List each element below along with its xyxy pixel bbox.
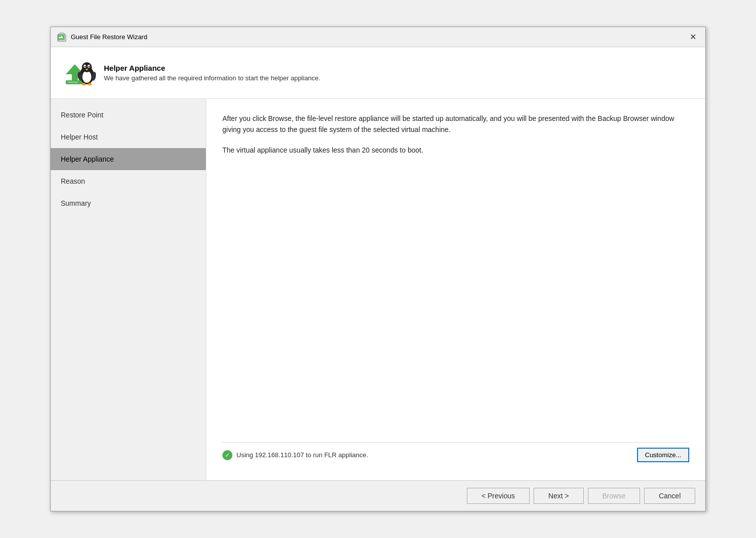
svg-point-8 (82, 71, 91, 83)
sidebar-item-helper-host[interactable]: Helper Host (51, 126, 206, 148)
status-bar: ✓ Using 192.168.110.107 to run FLR appli… (222, 442, 689, 466)
svg-point-16 (88, 83, 92, 86)
header-title: Helper Appliance (104, 64, 320, 72)
main-text-area: After you click Browse, the file-level r… (222, 113, 689, 165)
svg-point-13 (88, 66, 89, 67)
wizard-header: Helper Appliance We have gathered all th… (51, 47, 705, 99)
app-icon (57, 32, 67, 42)
content-area: Restore Point Helper Host Helper Applian… (51, 99, 705, 480)
header-text: Helper Appliance We have gathered all th… (104, 64, 320, 82)
sidebar-item-summary[interactable]: Summary (51, 192, 206, 214)
window-title: Guest File Restore Wizard (71, 33, 147, 41)
sidebar-item-restore-point[interactable]: Restore Point (51, 104, 206, 126)
close-button[interactable]: ✕ (687, 31, 699, 43)
svg-point-15 (82, 83, 86, 86)
browse-button[interactable]: Browse (588, 488, 641, 504)
main-content: After you click Browse, the file-level r… (206, 99, 705, 480)
main-paragraph-2: The virtual appliance usually takes less… (222, 145, 689, 156)
status-icon: ✓ (222, 450, 232, 460)
status-left: ✓ Using 192.168.110.107 to run FLR appli… (222, 450, 368, 460)
sidebar-item-reason[interactable]: Reason (51, 170, 206, 192)
status-text: Using 192.168.110.107 to run FLR applian… (236, 451, 368, 459)
customize-button[interactable]: Customize... (637, 448, 689, 462)
next-button[interactable]: Next > (534, 488, 584, 504)
sidebar: Restore Point Helper Host Helper Applian… (51, 99, 206, 480)
header-subtitle: We have gathered all the required inform… (104, 74, 320, 82)
footer: < Previous Next > Browse Cancel (51, 480, 705, 511)
title-bar: Guest File Restore Wizard ✕ (51, 27, 705, 47)
svg-point-12 (84, 66, 85, 67)
title-bar-left: Guest File Restore Wizard (57, 32, 147, 42)
main-paragraph-1: After you click Browse, the file-level r… (222, 113, 689, 136)
cancel-button[interactable]: Cancel (644, 488, 695, 504)
svg-rect-6 (68, 81, 78, 83)
wizard-window: Guest File Restore Wizard ✕ (50, 27, 706, 511)
header-icon (61, 55, 96, 90)
sidebar-item-helper-appliance[interactable]: Helper Appliance (51, 148, 206, 170)
previous-button[interactable]: < Previous (467, 488, 530, 504)
